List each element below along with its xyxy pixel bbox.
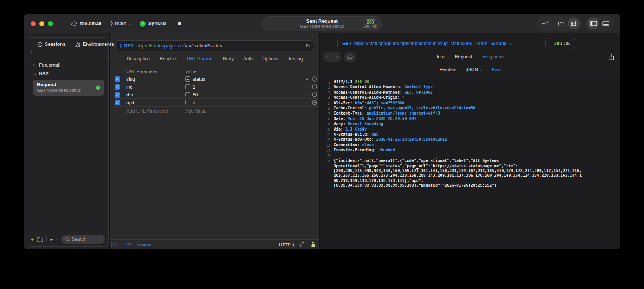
send-receive-panel-button[interactable] bbox=[568, 18, 580, 29]
back-button[interactable]: ‹ bbox=[326, 54, 328, 60]
branch-switcher[interactable]: main ⌄ bbox=[110, 21, 131, 26]
new-folder-button[interactable] bbox=[37, 237, 43, 242]
line-number: 12 bbox=[323, 137, 330, 142]
tab-response[interactable]: Response bbox=[482, 54, 504, 60]
protocol-selector[interactable]: HTTP ▲▼ bbox=[279, 242, 295, 247]
sidebar-search-input[interactable]: Search bbox=[61, 235, 105, 244]
tab-description[interactable]: Description bbox=[126, 56, 150, 62]
line-number: 4 bbox=[323, 95, 330, 100]
code-line: 15 bbox=[323, 153, 619, 158]
code-text: 60,218,159,138,178,135,173,141],"upd": bbox=[334, 178, 423, 183]
param-row[interactable]: ✓slug=status≡ bbox=[115, 75, 319, 83]
reorder-handle-icon[interactable]: ≡ bbox=[306, 76, 308, 82]
remove-session-button[interactable]: — bbox=[37, 49, 41, 55]
reorder-handle-icon[interactable]: ≡ bbox=[306, 92, 308, 98]
activity-duration: 280 ms bbox=[363, 24, 377, 29]
tab-request[interactable]: Request bbox=[455, 54, 473, 60]
equals-icon: = bbox=[185, 76, 190, 82]
add-request-button[interactable]: + bbox=[31, 236, 34, 242]
checkbox-checked-icon[interactable]: ✓ bbox=[115, 92, 120, 98]
remove-row-button[interactable] bbox=[312, 76, 317, 82]
export-response-button[interactable] bbox=[609, 54, 614, 60]
toggle-bottom-panel-button[interactable] bbox=[600, 18, 612, 29]
code-text: X-Status-Build: dev bbox=[334, 132, 378, 137]
param-row[interactable]: ✓rtm=60≡ bbox=[115, 91, 319, 99]
param-name[interactable]: slug bbox=[126, 76, 185, 82]
param-name[interactable]: upd bbox=[126, 100, 185, 105]
response-toolbar: ‹ › InfoRequestResponse bbox=[320, 49, 620, 65]
remove-row-button[interactable] bbox=[312, 84, 317, 89]
tree-item-foe-email[interactable]: › Foe.email bbox=[31, 61, 106, 69]
code-text: Transfer-Encoding: chunked bbox=[334, 148, 395, 153]
line-number bbox=[323, 178, 330, 183]
response-pane: GET https://statuspage.me/api/embed/stat… bbox=[320, 33, 620, 249]
method-stepper-icon[interactable]: ▲▼ bbox=[119, 44, 122, 48]
request-footer-bar: ▴ </> Preview HTTP ▲▼ bbox=[110, 239, 319, 249]
zoom-window-button[interactable] bbox=[48, 21, 53, 26]
request-list-item-selected[interactable]: Request GET /api/embed/status bbox=[33, 80, 104, 96]
tab-testing[interactable]: Testing bbox=[288, 56, 303, 62]
workspace-switcher[interactable]: foe.email bbox=[71, 21, 101, 26]
url-scheme: https:// bbox=[137, 43, 151, 49]
param-name[interactable]: inc bbox=[126, 84, 185, 90]
remove-row-button[interactable] bbox=[312, 100, 317, 105]
code-line: 11X-Status-Build: dev bbox=[323, 132, 619, 137]
history-button[interactable] bbox=[344, 52, 356, 62]
subtab-raw[interactable]: Raw bbox=[492, 67, 501, 72]
share-button[interactable] bbox=[300, 242, 305, 247]
tab-auth[interactable]: Auth bbox=[243, 56, 253, 62]
subtab-headers[interactable]: Headers bbox=[440, 67, 456, 72]
code-text: Connection: close bbox=[334, 143, 374, 148]
tab-options[interactable]: Options bbox=[262, 56, 278, 62]
line-number: 16 bbox=[323, 158, 330, 164]
flow-button[interactable] bbox=[555, 18, 567, 29]
reorder-handle-icon[interactable]: ≡ bbox=[306, 84, 308, 90]
lock-icon[interactable] bbox=[311, 242, 316, 247]
tree-item-hsp[interactable]: ⌄ HSP bbox=[31, 69, 106, 78]
request-method[interactable]: GET bbox=[124, 43, 134, 49]
tab-sessions[interactable]: Sessions bbox=[37, 42, 66, 47]
forward-button[interactable]: › bbox=[336, 54, 338, 60]
param-value[interactable]: 7 bbox=[193, 100, 195, 105]
resend-request-icon[interactable]: ↻ bbox=[305, 43, 310, 49]
activity-center[interactable]: Sent Request GET /api/embed/status 200 2… bbox=[262, 16, 382, 31]
minimize-window-button[interactable] bbox=[39, 21, 44, 26]
add-parameter-row[interactable]: Add URL Parameter Add Value bbox=[115, 107, 319, 115]
code-text: Via: 1.1 Caddy bbox=[334, 127, 367, 132]
preview-button[interactable]: </> Preview bbox=[126, 242, 151, 247]
sent-request-url[interactable]: GET https://statuspage.me/api/embed/stat… bbox=[337, 38, 546, 49]
sync-status[interactable]: ✓ Synced bbox=[140, 21, 166, 27]
tab-body[interactable]: Body bbox=[223, 56, 234, 62]
sort-options-button[interactable]: ⌄ bbox=[50, 237, 58, 242]
add-value-placeholder[interactable]: Add Value bbox=[185, 108, 299, 114]
checkbox-checked-icon[interactable]: ✓ bbox=[115, 100, 120, 105]
request-list-export-button[interactable] bbox=[539, 18, 551, 29]
param-row[interactable]: ✓upd=7≡ bbox=[115, 99, 319, 107]
param-value[interactable]: status bbox=[193, 76, 205, 82]
chevron-right-icon: › bbox=[33, 63, 36, 67]
tab-sessions-label: Sessions bbox=[45, 42, 66, 47]
param-row[interactable]: ✓inc=1≡ bbox=[115, 83, 319, 91]
request-url-bar[interactable]: ▲▼ GET https://statuspage.me/api/embed/s… bbox=[115, 40, 314, 51]
expand-panel-button[interactable]: ▴ bbox=[111, 242, 118, 247]
param-name[interactable]: rtm bbox=[126, 92, 185, 98]
checkbox-checked-icon[interactable]: ✓ bbox=[115, 84, 120, 90]
code-text: Alt-Svc: h3=":443"; ma=2592000 bbox=[334, 101, 405, 106]
tab-url-params[interactable]: URL Params bbox=[187, 56, 213, 62]
line-number bbox=[323, 169, 330, 173]
subtab-json[interactable]: JSON⌄ bbox=[466, 67, 482, 72]
set-square-icon bbox=[75, 42, 80, 47]
remove-row-button[interactable] bbox=[312, 92, 317, 97]
toggle-left-sidebar-button[interactable] bbox=[587, 18, 599, 29]
tab-info[interactable]: Info bbox=[437, 54, 445, 60]
close-window-button[interactable] bbox=[31, 21, 36, 26]
checkbox-checked-icon[interactable]: ✓ bbox=[115, 76, 120, 82]
param-value[interactable]: 60 bbox=[193, 92, 198, 98]
add-session-button[interactable]: + bbox=[30, 49, 33, 55]
add-parameter-placeholder[interactable]: Add URL Parameter bbox=[126, 108, 185, 114]
param-value[interactable]: 1 bbox=[193, 84, 195, 90]
response-raw-view[interactable]: 1HTTP/1.1 200 OK2Access-Control-Allow-He… bbox=[320, 74, 620, 249]
tab-environments[interactable]: Environments bbox=[75, 42, 114, 47]
reorder-handle-icon[interactable]: ≡ bbox=[306, 100, 308, 105]
tab-headers[interactable]: Headers bbox=[159, 56, 177, 62]
